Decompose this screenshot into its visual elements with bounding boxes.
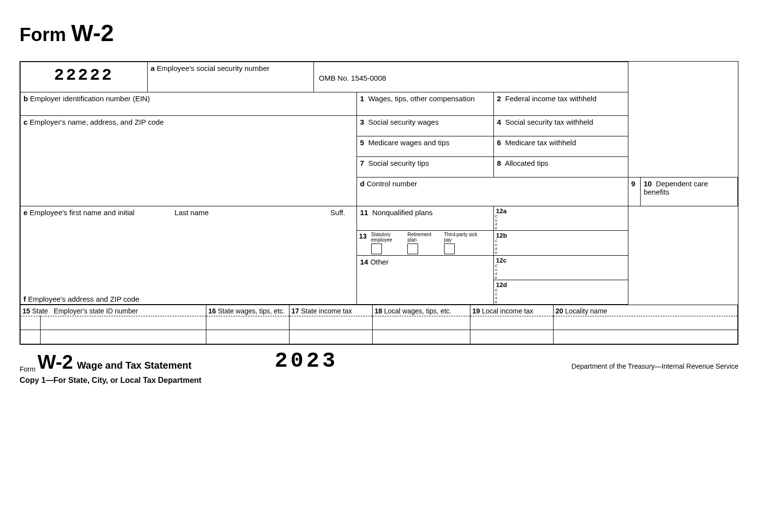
box-c-letter: c: [23, 118, 27, 126]
box-d-value[interactable]: [357, 189, 627, 200]
box-e-last-value[interactable]: [172, 218, 328, 229]
box-12b-amount[interactable]: [536, 231, 628, 255]
box-8-value[interactable]: [494, 168, 627, 177]
box-9: 9: [628, 177, 641, 206]
box-12d-amount[interactable]: [536, 280, 628, 304]
box-d: d Control number: [357, 177, 628, 206]
box-1: 1 Wages, tips, other compensation: [357, 92, 494, 116]
box-f-label: Employee's address and ZIP code: [28, 295, 139, 303]
box-3-value[interactable]: [357, 127, 493, 136]
form-w2-table: 22222 a Employee's social security numbe…: [20, 61, 738, 345]
box-13-thirdparty-label: Third-party sick pay: [444, 232, 477, 243]
box-a-letter: a: [151, 64, 155, 72]
box-17-label: State income tax: [301, 307, 352, 315]
box-17-value-1[interactable]: [289, 316, 372, 330]
box-12c-code[interactable]: [509, 256, 536, 280]
box-13-retirement-label: Retirement plan: [407, 232, 431, 243]
box-6-value[interactable]: [494, 148, 627, 156]
box-e-label: Employee's first name and initial: [30, 208, 135, 217]
box-5: 5 Medicare wages and tips: [357, 136, 494, 157]
box-7-label: Social security tips: [368, 159, 429, 167]
box-12b: 12b C o d e: [494, 231, 628, 256]
box-b-label: Employer identification number (EIN): [30, 94, 150, 103]
box-11-label: Nonqualified plans: [372, 208, 432, 217]
footer-w2: W-2: [38, 351, 73, 373]
box-2-label: Federal income tax withheld: [505, 94, 597, 103]
box-3: 3 Social security wages: [357, 116, 494, 136]
box-e-suff-value[interactable]: [327, 218, 356, 229]
box-5-value[interactable]: [357, 148, 493, 156]
box-12c: 12c C o d e: [494, 256, 628, 280]
box-7: 7 Social security tips: [357, 157, 494, 177]
box-7-value[interactable]: [357, 168, 493, 177]
box-f-letter: f: [23, 295, 26, 303]
box-20-value-1[interactable]: [554, 316, 737, 330]
box-e-address-space[interactable]: [21, 229, 356, 293]
box-12a-amount[interactable]: [536, 206, 628, 230]
box-10: 10 Dependent care benefits: [641, 177, 738, 206]
box-c-label: Employer's name, address, and ZIP code: [30, 118, 164, 126]
box-15-state-label: State: [32, 307, 48, 315]
box-b-value[interactable]: [21, 104, 356, 115]
box-12a-code[interactable]: [509, 206, 536, 230]
box-14: 14 Other: [357, 256, 494, 305]
box-18-value-1[interactable]: [373, 316, 470, 330]
box-13-retirement-checkbox[interactable]: [407, 244, 418, 254]
box-11-value[interactable]: [357, 218, 493, 226]
box-6: 6 Medicare tax withheld: [494, 136, 628, 157]
box-10-value[interactable]: [641, 197, 737, 206]
footer-department: Department of the Treasury—Internal Reve…: [571, 362, 738, 370]
form-number-22222: 22222: [21, 62, 148, 92]
box-1-value[interactable]: [357, 104, 493, 112]
box-19: 19 Local income tax: [470, 305, 554, 344]
box-19-label: Local income tax: [482, 307, 533, 315]
box-c: c Employer's name, address, and ZIP code: [21, 116, 357, 206]
box-2: 2 Federal income tax withheld: [494, 92, 628, 116]
box-4: 4 Social security tax withheld: [494, 116, 628, 136]
box-20-value-2[interactable]: [554, 330, 737, 343]
title-main: W-2: [71, 20, 114, 46]
box-18-value-2[interactable]: [373, 330, 470, 343]
box-4-label: Social security tax withheld: [505, 118, 593, 126]
box-13: 13 Statutory employee Retirement plan Th…: [357, 231, 494, 256]
box-16-label: State wages, tips, etc.: [218, 307, 285, 315]
box-12c-amount[interactable]: [536, 256, 628, 280]
page-title: Form W-2: [20, 20, 737, 46]
footer-year: 2023: [275, 349, 338, 373]
box-12c-label: 12c: [494, 256, 509, 264]
box-15-id-label: Employer's state ID number: [54, 307, 138, 315]
box-19-value-2[interactable]: [470, 330, 553, 343]
box-17-value-2[interactable]: [289, 330, 372, 343]
box-4-value[interactable]: [494, 127, 627, 136]
box-15-state-1[interactable]: [21, 316, 40, 330]
box-15-id-2[interactable]: [40, 330, 206, 344]
box-9-value[interactable]: [628, 189, 641, 198]
box-15-id-1[interactable]: [40, 316, 206, 330]
box-13-statutory-checkbox[interactable]: [371, 244, 382, 254]
box-12b-code[interactable]: [509, 231, 536, 255]
omb-number: OMB No. 1545-0008: [314, 62, 628, 92]
box-e-first-value[interactable]: [21, 218, 172, 229]
box-5-label: Medicare wages and tips: [368, 138, 449, 147]
box-13-thirdparty-checkbox[interactable]: [444, 244, 455, 254]
box-e-letter: e: [23, 208, 27, 217]
box-14-value[interactable]: [357, 267, 493, 296]
box-15-state-2[interactable]: [21, 330, 40, 344]
box-c-value[interactable]: [21, 127, 356, 200]
footer-form-word: Form: [20, 365, 36, 373]
box-14-label: Other: [370, 258, 389, 266]
footer-copy: Copy 1—For State, City, or Local Tax Dep…: [20, 376, 738, 385]
box-19-value-1[interactable]: [470, 316, 553, 330]
form-footer: Form W-2 Wage and Tax Statement 2023 Dep…: [20, 349, 738, 385]
box-a-value[interactable]: [148, 73, 313, 85]
box-2-value[interactable]: [494, 104, 627, 112]
box-6-label: Medicare tax withheld: [505, 138, 576, 147]
box-12a: 12a C o d e: [494, 206, 628, 231]
box-18-label: Local wages, tips, etc.: [384, 307, 451, 315]
box-8: 8 Allocated tips: [494, 157, 628, 177]
box-16-value-2[interactable]: [206, 330, 289, 343]
box-16-value-1[interactable]: [206, 316, 289, 330]
box-12d-code[interactable]: [509, 280, 536, 304]
title-prefix: Form: [20, 24, 71, 45]
code-label: C o d e: [494, 215, 505, 230]
